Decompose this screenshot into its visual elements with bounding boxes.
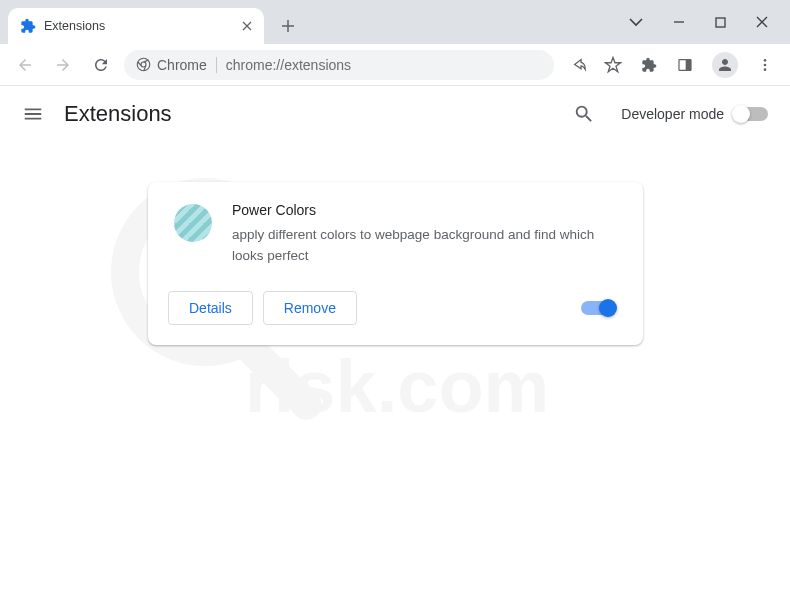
extension-app-icon xyxy=(174,204,212,242)
extensions-grid: Power Colors apply different colors to w… xyxy=(0,142,790,345)
browser-tab[interactable]: Extensions xyxy=(8,8,264,44)
reload-button[interactable] xyxy=(86,50,116,80)
search-extensions-button[interactable] xyxy=(573,103,595,125)
extension-enable-toggle[interactable] xyxy=(581,301,615,315)
browser-menu-button[interactable] xyxy=(756,56,774,74)
svg-rect-4 xyxy=(716,18,725,27)
page-title: Extensions xyxy=(64,101,553,127)
developer-mode-label: Developer mode xyxy=(621,106,724,122)
extension-name: Power Colors xyxy=(232,202,623,218)
url-text: chrome://extensions xyxy=(226,57,351,73)
bookmark-button[interactable] xyxy=(604,56,622,74)
extensions-button[interactable] xyxy=(640,56,658,74)
window-maximize-button[interactable] xyxy=(715,17,726,28)
svg-point-9 xyxy=(764,59,767,62)
page-header: Extensions Developer mode xyxy=(0,86,790,142)
svg-point-11 xyxy=(764,68,767,71)
window-minimize-button[interactable] xyxy=(673,16,685,28)
extension-description: apply different colors to webpage backgr… xyxy=(232,225,623,267)
new-tab-button[interactable] xyxy=(274,12,302,40)
profile-avatar-button[interactable] xyxy=(712,52,738,78)
remove-button[interactable]: Remove xyxy=(263,291,357,325)
address-bar[interactable]: Chrome chrome://extensions xyxy=(124,50,554,80)
window-close-button[interactable] xyxy=(756,16,768,28)
share-button[interactable] xyxy=(568,56,586,74)
extension-puzzle-icon xyxy=(20,18,36,34)
developer-mode-section: Developer mode xyxy=(621,106,768,122)
side-panel-button[interactable] xyxy=(676,56,694,74)
svg-rect-8 xyxy=(686,59,691,70)
tab-search-button[interactable] xyxy=(629,17,643,27)
browser-titlebar: Extensions xyxy=(0,0,790,44)
svg-point-10 xyxy=(764,63,767,66)
url-scheme-label: Chrome xyxy=(157,57,217,73)
window-controls xyxy=(607,0,790,44)
details-button[interactable]: Details xyxy=(168,291,253,325)
tab-close-button[interactable] xyxy=(242,21,252,31)
browser-toolbar: Chrome chrome://extensions xyxy=(0,44,790,86)
extension-card: Power Colors apply different colors to w… xyxy=(148,182,643,345)
tab-title: Extensions xyxy=(44,19,234,33)
hamburger-menu-button[interactable] xyxy=(22,103,44,125)
forward-button[interactable] xyxy=(48,50,78,80)
chrome-logo-icon xyxy=(136,57,151,72)
svg-text:risk.com: risk.com xyxy=(245,345,549,428)
developer-mode-toggle[interactable] xyxy=(734,107,768,121)
back-button[interactable] xyxy=(10,50,40,80)
